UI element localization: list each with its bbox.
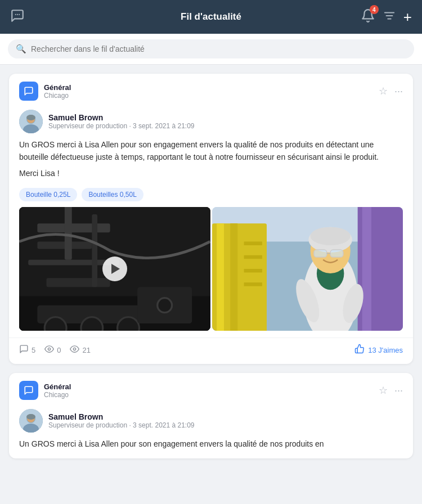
search-icon: 🔍 (16, 44, 26, 54)
search-bar-wrap: 🔍 (0, 34, 422, 65)
svg-point-1 (17, 14, 18, 15)
comments-count: 5 (32, 346, 35, 354)
svg-point-46 (48, 348, 51, 350)
svg-point-20 (44, 317, 66, 331)
avatar-1 (19, 110, 43, 133)
chat-icon[interactable] (10, 8, 25, 25)
media-video-1[interactable] (19, 207, 210, 331)
svg-rect-33 (244, 283, 262, 286)
notification-badge: 4 (370, 5, 379, 14)
eye-icon-1 (44, 344, 54, 356)
post-text-1: Un GROS merci à Lisa Allen pour son enga… (19, 139, 403, 163)
post-header-2: Général Chicago ☆ ··· (9, 373, 413, 406)
post-actions-2: ☆ ··· (379, 384, 403, 397)
channel-icon-2 (19, 381, 38, 400)
post-card-2: Général Chicago ☆ ··· (9, 373, 413, 458)
post-body-1: Un GROS merci à Lisa Allen pour son enga… (9, 139, 413, 184)
svg-rect-32 (244, 269, 262, 272)
post-author-2: Samuel Brown Superviseur de production ·… (9, 406, 413, 438)
svg-point-0 (15, 14, 16, 15)
stats-left-1: 5 0 (19, 344, 91, 356)
avatar-2 (19, 409, 43, 433)
post-stats-1: 5 0 (9, 338, 413, 364)
play-triangle-icon (111, 264, 120, 274)
post-thanks-1: Merci Lisa ! (19, 169, 403, 178)
author-meta-1: Superviseur de production · 3 sept. 2021… (48, 122, 195, 130)
channel-info-2: Général Chicago (44, 382, 71, 399)
svg-rect-17 (92, 214, 97, 287)
channel-name-1: Général (44, 83, 71, 92)
likes-button[interactable]: 13 J'aimes (354, 344, 403, 356)
post-channel-2: Général Chicago (19, 381, 71, 400)
search-input[interactable] (31, 44, 406, 53)
header-left (10, 8, 25, 25)
channel-sub-1: Chicago (44, 92, 71, 100)
views-count-1: 0 (57, 346, 61, 354)
post-author-1: Samuel Brown Superviseur de production ·… (9, 106, 413, 139)
comments-stat[interactable]: 5 (19, 344, 35, 356)
avatar-img-2 (19, 409, 43, 433)
search-bar: 🔍 (8, 39, 414, 58)
svg-point-52 (26, 414, 35, 420)
avatar-img-1 (19, 110, 43, 133)
views-count-2: 21 (82, 346, 90, 354)
filter-icon[interactable] (383, 10, 396, 24)
post-actions-1: ☆ ··· (379, 85, 403, 97)
channel-icon-1 (19, 82, 38, 101)
eye-icon-2 (70, 344, 79, 356)
views-stat-2[interactable]: 21 (70, 344, 90, 356)
author-meta-2: Superviseur de production · 3 sept. 2021… (48, 421, 195, 429)
thumb-icon (354, 344, 365, 356)
svg-point-40 (310, 227, 350, 245)
media-image-1[interactable] (212, 207, 403, 331)
tag-0[interactable]: Bouteille 0,25L (19, 188, 77, 201)
post-header-1: Général Chicago ☆ ··· (9, 74, 413, 106)
svg-point-24 (158, 298, 172, 313)
svg-point-47 (74, 348, 76, 350)
feed-content: Général Chicago ☆ ··· (0, 65, 422, 467)
author-name-2: Samuel Brown (48, 412, 195, 421)
svg-rect-30 (244, 242, 262, 245)
svg-rect-12 (37, 224, 110, 233)
post-card-1: Général Chicago ☆ ··· (9, 74, 413, 364)
svg-point-21 (81, 317, 103, 331)
author-info-1: Samuel Brown Superviseur de production ·… (48, 113, 195, 130)
post-media-1 (9, 207, 413, 338)
svg-point-22 (118, 317, 140, 331)
channel-name-2: Général (44, 382, 71, 391)
channel-info-1: Général Chicago (44, 83, 71, 100)
comment-icon (19, 344, 29, 356)
star-button-1[interactable]: ☆ (379, 85, 388, 97)
tags-1: Bouteille 0,25L Bouteilles 0,50L (9, 184, 413, 207)
svg-rect-35 (362, 207, 371, 331)
svg-rect-16 (65, 207, 72, 260)
svg-rect-41 (314, 250, 327, 257)
svg-rect-31 (244, 255, 262, 259)
svg-point-2 (19, 14, 20, 15)
svg-rect-15 (47, 278, 110, 287)
views-stat-1[interactable]: 0 (44, 344, 61, 356)
likes-count: 13 J'aimes (368, 346, 403, 354)
svg-rect-42 (330, 250, 343, 257)
svg-point-10 (26, 115, 35, 120)
post-text-2: Un GROS merci à Lisa Allen pour son enga… (9, 438, 413, 451)
tag-1[interactable]: Bouteilles 0,50L (82, 188, 143, 201)
notification-bell[interactable]: 4 (361, 8, 375, 25)
post-channel-1: Général Chicago (19, 82, 71, 101)
play-button[interactable] (102, 256, 127, 281)
author-name-1: Samuel Brown (48, 113, 195, 122)
add-icon[interactable]: + (403, 10, 412, 24)
star-button-2[interactable]: ☆ (379, 384, 388, 397)
header-right: 4 + (361, 8, 412, 25)
author-info-2: Samuel Brown Superviseur de production ·… (48, 412, 195, 429)
svg-rect-28 (217, 224, 224, 331)
header: Fil d'actualité 4 + (0, 0, 422, 34)
svg-rect-29 (230, 224, 237, 331)
more-button-1[interactable]: ··· (394, 86, 403, 97)
more-button-2[interactable]: ··· (394, 385, 403, 397)
channel-sub-2: Chicago (44, 391, 71, 399)
page-title: Fil d'actualité (181, 11, 241, 22)
svg-rect-13 (37, 242, 92, 249)
